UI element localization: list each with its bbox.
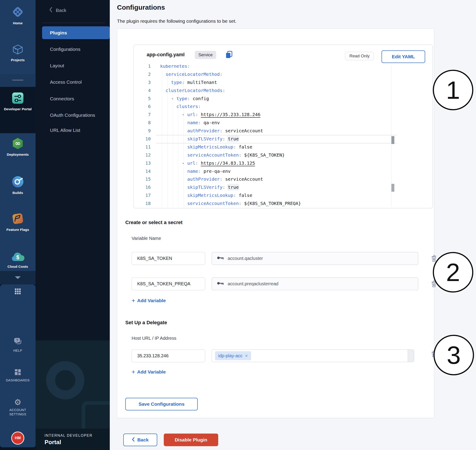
- tag-field-endcap: [408, 350, 414, 362]
- home-icon: [11, 6, 24, 19]
- rail-item-label: HELP: [12, 349, 24, 353]
- secret-select[interactable]: account.preqaclusterread: [212, 278, 418, 290]
- module-rail: Home Projects Developer Portal ∞ Deploym…: [0, 0, 35, 450]
- sidebar-item-oauth-configurations[interactable]: OAuth Configurations: [50, 112, 95, 118]
- add-delegate-variable-button[interactable]: + Add Variable: [132, 369, 166, 375]
- feature-flags-icon: [12, 212, 24, 226]
- gear-icon: ⚙: [14, 398, 21, 406]
- sidebar-item-connectors[interactable]: Connectors: [50, 96, 74, 101]
- apps-grid-button[interactable]: [0, 288, 35, 296]
- delegate-heading: Set Up a Delegate: [125, 320, 167, 326]
- rail-item-label: Cloud Costs: [6, 264, 29, 269]
- svg-text:?: ?: [16, 338, 18, 342]
- remove-tag-icon[interactable]: ✕: [245, 354, 248, 358]
- back-button-label: Back: [137, 437, 148, 443]
- rail-item-account-settings[interactable]: ⚙ ACCOUNT SETTINGS: [0, 398, 35, 416]
- code-viewport: 1kubernetes:2 serviceLocatorMethod:3 typ…: [134, 65, 433, 208]
- back-button[interactable]: Back: [123, 434, 157, 446]
- key-icon: [217, 281, 224, 286]
- plugin-sidebar: Back Plugins Configurations Layout Acces…: [35, 0, 110, 450]
- rail-item-projects[interactable]: Projects: [0, 44, 35, 62]
- svg-text:$: $: [16, 254, 19, 260]
- secrets-heading: Create or select a secret: [125, 219, 182, 225]
- rail-item-label: Deployments: [6, 152, 30, 157]
- delegate-tag-label: idp-play-acc: [218, 353, 242, 358]
- rail-section-divider: [0, 74, 35, 87]
- secret-row: account.preqaclusterread: [117, 278, 434, 290]
- developer-portal-icon: [12, 92, 24, 105]
- rail-collapse-strip[interactable]: [0, 271, 35, 284]
- scrollbar-thumb[interactable]: [391, 136, 394, 144]
- annotation-circle-1: 1: [433, 70, 473, 110]
- rail-item-deployments[interactable]: ∞ Deployments: [0, 137, 35, 157]
- host-url-label: Host URL / IP Address: [132, 336, 176, 341]
- annotation-circle-3: 3: [434, 335, 474, 375]
- rail-item-label: Home: [12, 21, 24, 25]
- save-configurations-button[interactable]: Save Configurations: [125, 398, 198, 410]
- edit-yaml-button[interactable]: Edit YAML: [382, 50, 425, 63]
- yaml-filename: app-config.yaml: [147, 45, 185, 65]
- yaml-code: 1kubernetes:2 serviceLocatorMethod:3 typ…: [134, 65, 390, 208]
- key-icon: [217, 256, 224, 261]
- add-variable-button[interactable]: + Add Variable: [132, 298, 166, 303]
- page-title: Configurations: [117, 4, 165, 11]
- sidebar-item-plugins[interactable]: Plugins: [42, 26, 110, 39]
- rail-item-builds[interactable]: Builds: [0, 176, 35, 195]
- read-only-badge: Read Only: [345, 52, 374, 60]
- add-variable-label: Add Variable: [137, 369, 166, 375]
- scrollbar-thumb[interactable]: [391, 184, 394, 192]
- builds-icon: [12, 176, 24, 189]
- chevron-left-icon: [132, 437, 135, 443]
- variable-name-input[interactable]: [132, 278, 205, 290]
- rail-item-label: ACCOUNT SETTINGS: [4, 408, 31, 416]
- annotation-number: 3: [447, 341, 461, 370]
- configurations-card: app-config.yaml Service Read Only Edit Y…: [117, 29, 434, 418]
- apps-grid-icon: [14, 288, 22, 296]
- sidebar-divider: [42, 23, 105, 23]
- secret-select-value: account.qacluster: [228, 256, 263, 261]
- footer-title: Portal: [45, 439, 110, 446]
- rail-item-help[interactable]: ? HELP: [0, 338, 35, 353]
- copy-icon[interactable]: [225, 51, 233, 60]
- sidebar-item-url-allow-list[interactable]: URL Allow List: [50, 128, 80, 133]
- rail-divider-dash: [12, 80, 24, 81]
- rail-item-developer-portal[interactable]: Developer Portal: [0, 92, 35, 111]
- decorative-ring: [46, 361, 84, 399]
- avatar-initials: HM: [15, 436, 21, 440]
- footer-eyebrow: INTERNAL DEVELOPER: [45, 434, 110, 438]
- sidebar-item-access-control[interactable]: Access Control: [50, 79, 82, 85]
- chevron-left-icon: [49, 7, 53, 14]
- delegate-row: idp-play-acc ✕: [117, 349, 434, 362]
- delegate-tag-input[interactable]: idp-play-acc ✕: [212, 349, 414, 362]
- page-subtitle: The plugin requires the following config…: [117, 18, 236, 24]
- disable-plugin-button[interactable]: Disable Plugin: [164, 434, 218, 446]
- rail-item-home[interactable]: Home: [0, 6, 35, 25]
- add-variable-label: Add Variable: [137, 298, 166, 303]
- rail-section-bottom: [0, 284, 35, 447]
- sidebar-item-layout[interactable]: Layout: [50, 63, 64, 68]
- service-badge: Service: [195, 51, 216, 59]
- back-nav[interactable]: Back: [49, 7, 66, 14]
- cloud-costs-icon: $: [11, 252, 24, 263]
- sidebar-footer-art: INTERNAL DEVELOPER Portal: [35, 340, 110, 450]
- user-avatar[interactable]: HM: [11, 432, 24, 444]
- variable-name-label: Variable Name: [132, 236, 161, 241]
- sidebar-item-configurations[interactable]: Configurations: [50, 47, 80, 52]
- rail-item-feature-flags[interactable]: Feature Flags: [0, 212, 35, 232]
- rail-item-label: Developer Portal: [2, 107, 33, 111]
- rail-item-cloud-costs[interactable]: $ Cloud Costs: [0, 252, 35, 269]
- secret-row: account.qacluster: [117, 252, 434, 265]
- sidebar-item-label: Plugins: [50, 30, 67, 36]
- help-icon: ?: [13, 338, 23, 347]
- secret-select[interactable]: account.qacluster: [212, 252, 418, 265]
- variable-name-input[interactable]: [132, 252, 205, 265]
- plus-icon: +: [132, 298, 135, 303]
- delegate-tag-chip[interactable]: idp-play-acc ✕: [215, 351, 251, 360]
- sidebar-footer-caption: INTERNAL DEVELOPER Portal: [35, 429, 110, 450]
- main-content: Configurations The plugin requires the f…: [110, 0, 476, 450]
- annotation-circle-2: 2: [433, 252, 473, 292]
- rail-item-label: Builds: [11, 190, 24, 195]
- host-url-input[interactable]: [132, 349, 205, 362]
- annotation-number: 2: [446, 258, 460, 287]
- rail-item-dashboards[interactable]: DASHBOARDS: [0, 368, 35, 383]
